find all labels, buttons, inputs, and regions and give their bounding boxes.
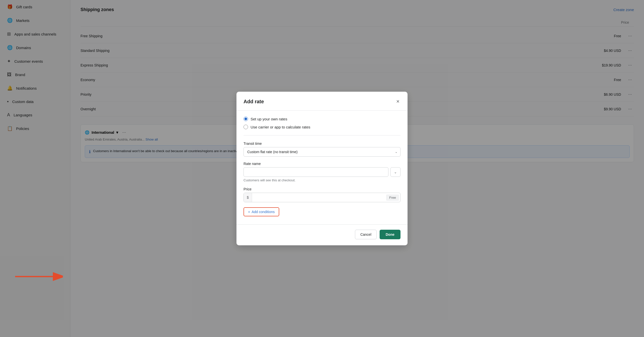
plus-icon: + <box>248 210 250 214</box>
modal-body: Set up your own rates Use carrier or app… <box>236 111 408 222</box>
price-input[interactable] <box>252 193 385 202</box>
own-rates-label: Set up your own rates <box>251 117 287 121</box>
rate-name-helper-text: Customers will see this at checkout. <box>244 178 400 182</box>
price-field: Price $ Free <box>244 187 400 202</box>
rate-type-radio-group: Set up your own rates Use carrier or app… <box>244 117 400 136</box>
close-button[interactable]: × <box>395 98 400 105</box>
add-conditions-button[interactable]: + Add conditions <box>244 207 279 216</box>
modal-overlay: Add rate × Set up your own rates Use car… <box>70 0 644 337</box>
transit-time-select-wrapper: Custom flat rate (no transit time) ⌄ <box>244 147 400 157</box>
done-button[interactable]: Done <box>380 230 400 239</box>
rate-name-label: Rate name <box>244 162 400 166</box>
transit-time-select[interactable]: Custom flat rate (no transit time) <box>244 147 400 157</box>
free-badge: Free <box>386 194 399 201</box>
modal-title: Add rate <box>244 99 264 105</box>
currency-symbol: $ <box>244 193 252 202</box>
rate-name-options-button[interactable]: ⌄ <box>390 167 400 177</box>
rate-name-row: ⌄ <box>244 167 400 177</box>
radio-own-rates[interactable]: Set up your own rates <box>244 117 400 121</box>
cancel-button[interactable]: Cancel <box>355 230 377 239</box>
transit-time-field: Transit time Custom flat rate (no transi… <box>244 142 400 157</box>
add-rate-modal: Add rate × Set up your own rates Use car… <box>236 92 408 245</box>
radio-carrier-rates[interactable]: Use carrier or app to calculate rates <box>244 125 400 129</box>
price-input-wrapper: $ Free <box>244 193 400 202</box>
rate-name-input[interactable] <box>244 167 388 177</box>
add-conditions-label: Add conditions <box>252 210 275 214</box>
main-content: Shipping zones Create zone Price Free Sh… <box>70 0 644 337</box>
carrier-rates-radio[interactable] <box>244 125 248 129</box>
carrier-rates-label: Use carrier or app to calculate rates <box>251 125 310 129</box>
modal-header: Add rate × <box>236 92 408 111</box>
modal-footer: Cancel Done <box>236 224 408 245</box>
price-label: Price <box>244 187 400 191</box>
transit-time-label: Transit time <box>244 142 400 146</box>
own-rates-radio[interactable] <box>244 117 248 121</box>
rate-name-field: Rate name ⌄ Customers will see this at c… <box>244 162 400 182</box>
